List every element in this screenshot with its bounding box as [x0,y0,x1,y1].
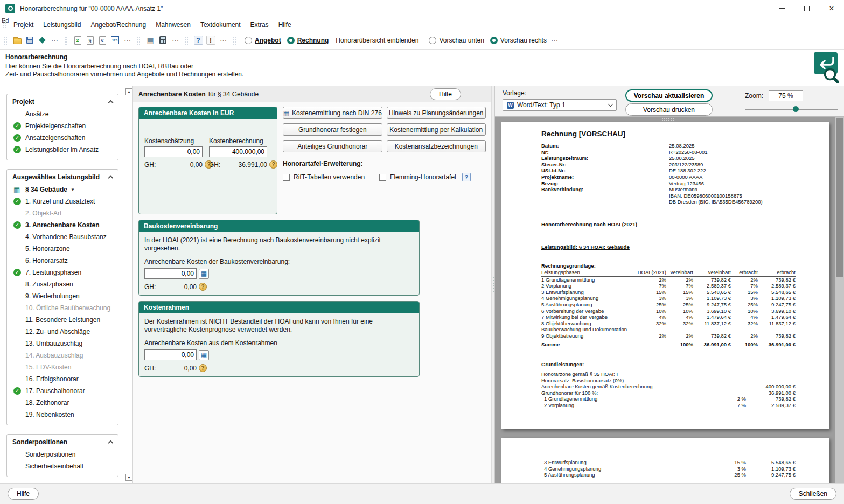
menu-item[interactable]: Textdokument [196,19,246,30]
panel-header-leistungsbild[interactable]: Ausgewähltes Leistungsbild [7,170,118,184]
sidebar-item[interactable]: ✓ ▦ 10. Örtliche Bauüberwachung ▼ [7,302,118,314]
flemming-help-icon[interactable]: ? [462,173,471,181]
menu-item[interactable]: Angebot/Rechnung [86,19,151,30]
zoom-slider-thumb[interactable] [793,106,799,112]
preview-magnifier-icon[interactable] [808,51,840,84]
document-2-icon[interactable]: 2 [73,36,82,45]
vorlage-select[interactable]: W Word/Text: Typ 1 [503,99,617,111]
collapse-chevron-icon[interactable] [108,100,114,106]
sidebar-item[interactable]: ✓ ▦ 15. EDV-Kosten ▼ [7,361,118,373]
toolbar-grip[interactable] [185,37,189,44]
angebot-radio[interactable] [245,37,252,44]
sidebar-item[interactable]: ✓ ▦ Projekteigenschaften ▼ [7,120,118,132]
sidebar-item[interactable]: ✓ ▦ 4. Vorhandene Bausubstanz ▼ [7,231,118,243]
honorar-coin-icon[interactable]: ? [199,364,207,372]
kostenberechnung-input[interactable] [209,146,267,157]
sidebar-item[interactable]: ✓ ▦ § 34 Gebäude ▼ [7,184,118,195]
overflow-menu-icon[interactable]: ⋯ [50,36,60,44]
zoom-input[interactable]: 75 % [769,90,803,101]
euro-document-icon[interactable]: € [97,36,107,45]
sidebar-item[interactable]: ✓ ▦ 7. Leistungsphasen ▼ [7,267,118,278]
rift-checkbox[interactable] [283,174,290,181]
kostenermittlung-grid-icon[interactable]: ▦ [199,350,209,360]
action-button[interactable]: ▦ Hinweis zu Planungsänderungen [387,107,486,119]
action-button[interactable]: ▦ Anteiliges Grundhonorar [283,140,382,152]
warning-icon[interactable]: ! [206,36,215,45]
sidebar-item[interactable]: ✓ ▦ 6. Honorarsatz ▼ [7,255,118,267]
sidebar-item[interactable]: ✓ ▦ Ansätze ▼ [7,108,118,120]
sidebar-item[interactable]: ✓ ▦ 2. Objekt-Art ▼ [7,207,118,219]
sidebar-item[interactable]: ✓ ▦ 13. Umbauzuschlag ▼ [7,338,118,349]
calculator-123-icon[interactable]: 123 [110,36,120,45]
toolbar-grip[interactable] [137,37,141,44]
vorschau-drucken-button[interactable]: Vorschau drucken [625,103,713,116]
collapse-chevron-icon[interactable] [108,176,114,181]
toolbar-grip[interactable] [4,37,8,44]
overflow-menu-icon[interactable]: ⋯ [170,36,180,44]
action-button[interactable]: ▦ Kostenermittlung nach DIN 276 [283,107,382,119]
diamond-icon[interactable] [37,36,47,45]
action-button[interactable]: ▦ Grundhonorar festlegen [283,123,382,136]
sidebar-item[interactable]: ✓ ▦ 19. Nebenkosten ▼ [7,409,118,421]
help-icon[interactable]: ? [193,36,203,45]
vorschau-unten-label[interactable]: Vorschau unten [439,37,484,44]
menu-item[interactable]: Projekt [9,19,38,30]
overflow-menu-icon[interactable]: ⋯ [218,36,228,44]
sidebar-item[interactable]: ✓ ▦ 11. Besondere Leistungen ▼ [7,314,118,326]
footer-hilfe-button[interactable]: Hilfe [8,488,39,500]
sidebar-item[interactable]: ✓ ▦ Ansatzeigenschaften ▼ [7,132,118,144]
angebot-label[interactable]: Angebot [255,37,281,44]
honorar-coin-icon[interactable]: ? [269,160,277,169]
rechnung-radio[interactable] [287,37,295,44]
rift-checkbox-label[interactable]: RifT-Tabellen verwenden [294,173,365,181]
scroll-down-button[interactable]: ▼ [125,474,132,481]
honoraruebersicht-toggle[interactable]: Honorarübersicht einblenden [336,37,418,44]
sidebar-item[interactable]: ✓ ▦ 16. Erfolgshonorar ▼ [7,373,118,385]
maximize-button[interactable] [794,0,819,17]
preview-scrollbar-thumb[interactable] [836,118,843,277]
kostenrahmen-input[interactable] [144,349,197,360]
panel-header-projekt[interactable]: Projekt [7,94,118,108]
sidebar-item[interactable]: ✓ ▦ Sonderpositionen ▼ [7,449,118,460]
sidebar-item[interactable]: ✓ ▦ Sicherheitseinbehalt ▼ [7,460,118,472]
sidebar-item[interactable]: ✓ ▦ 12. Zu- und Abschläge ▼ [7,326,118,338]
menu-item[interactable]: Hilfe [274,19,296,30]
dropdown-caret-icon[interactable]: ▼ [71,187,75,192]
flemming-checkbox[interactable] [379,174,386,181]
flemming-checkbox-label[interactable]: Flemming-Honorartafel [390,173,456,181]
honorar-coin-icon[interactable]: ? [199,283,207,291]
horizontal-grip[interactable] [662,118,677,122]
minimize-button[interactable] [770,0,794,17]
open-folder-icon[interactable] [12,36,22,45]
sidebar-item[interactable]: ✓ ▦ 9. Wiederholungen ▼ [7,290,118,302]
toolbar-grip[interactable] [233,37,236,44]
schliessen-button[interactable]: Schließen [790,488,836,500]
close-button[interactable]: × [819,0,844,17]
menu-item[interactable]: Leistungsbild [38,19,86,30]
calculator-icon[interactable] [158,36,168,45]
table-icon[interactable]: ▦ [145,36,155,45]
action-button[interactable]: ▦ Kostenansatzbezeichnungen [387,140,486,152]
save-icon[interactable] [25,36,34,45]
panel-header-sonderpositionen[interactable]: Sonderpositionen [7,435,118,449]
vorschau-unten-radio[interactable] [429,37,436,44]
kostenermittlung-grid-icon[interactable]: ▦ [199,269,209,279]
action-button[interactable]: ▦ Kostenermittlung per Kalkulation [387,123,486,136]
zoom-slider[interactable] [745,106,838,113]
pane-splitter[interactable] [491,86,495,483]
overflow-menu-icon[interactable]: ⋯ [122,36,132,44]
scroll-up-button[interactable]: ▲ [125,88,132,95]
paragraph-document-icon[interactable]: § [85,36,95,45]
preview-scrollbar[interactable] [835,117,844,483]
baukosten-input[interactable] [144,268,197,279]
menu-item[interactable]: Mahnwesen [151,19,196,30]
collapse-chevron-icon[interactable] [108,440,114,446]
sidebar-item[interactable]: ✓ ▦ 8. Zusatzphasen ▼ [7,278,118,290]
toolbar-grip[interactable] [65,37,68,44]
vorschau-rechts-radio[interactable] [490,37,498,44]
vorschau-rechts-label[interactable]: Vorschau rechts [500,37,547,44]
sidebar-item[interactable]: ✓ ▦ 3. Anrechenbare Kosten ▼ [7,219,118,231]
kostenschaetzung-input[interactable] [144,146,203,157]
overflow-menu-icon[interactable]: ⋯ [549,36,560,44]
hilfe-button[interactable]: Hilfe [430,88,461,100]
